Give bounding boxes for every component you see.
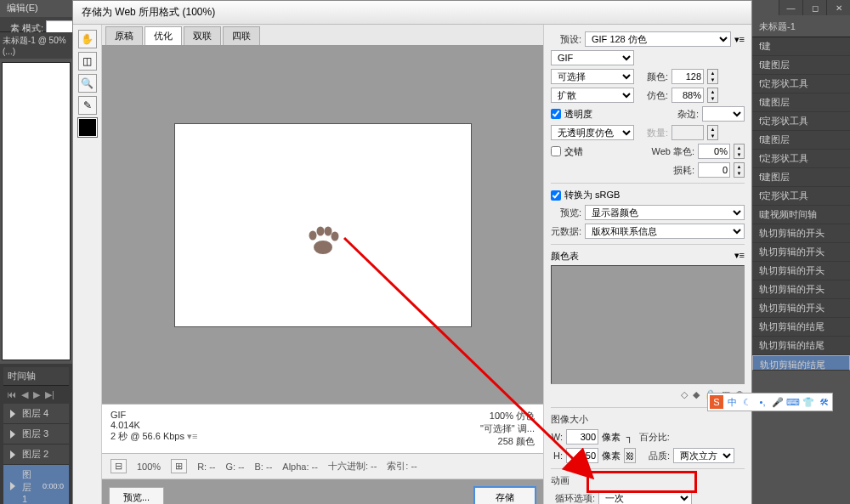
history-item[interactable]: 轨切剪辑的开头	[752, 224, 850, 243]
height-input[interactable]	[566, 448, 598, 463]
history-item[interactable]: 轨切剪辑的结尾	[752, 355, 850, 371]
interlace-checkbox[interactable]	[551, 146, 561, 156]
doc-tab[interactable]: 未标题-1 @ 50% (...)	[0, 32, 72, 59]
spinner-icon[interactable]: ▲▼	[707, 69, 718, 84]
layer-row[interactable]: 图层 10:00:0	[3, 465, 69, 504]
preset-select[interactable]: GIF 128 仿色	[585, 31, 731, 47]
history-item[interactable]: f建图层	[752, 56, 850, 75]
ime-skin-icon[interactable]: 👕	[802, 395, 815, 409]
paw-icon	[304, 224, 342, 259]
ime-keyboard-icon[interactable]: ⌨	[786, 395, 800, 409]
history-item[interactable]: 轨切剪辑的开头	[752, 299, 850, 318]
ime-punct-icon[interactable]: •,	[756, 395, 769, 409]
tab-optimized[interactable]: 优化	[144, 26, 182, 45]
history-item[interactable]: 轨切剪辑的开头	[752, 280, 850, 299]
tab-original[interactable]: 原稿	[105, 26, 143, 45]
preview-button[interactable]: 预览...	[109, 487, 164, 504]
hand-tool-icon[interactable]: ✋	[78, 30, 97, 48]
transparency-checkbox[interactable]	[551, 109, 561, 119]
menu-edit[interactable]: 编辑(E)	[7, 3, 38, 13]
color-table[interactable]	[551, 265, 745, 384]
ime-lang-icon[interactable]: 中	[725, 395, 739, 409]
colors-input[interactable]	[672, 69, 704, 84]
zoom-tool-icon[interactable]: 🔍	[78, 74, 97, 93]
history-item[interactable]: f定形状工具	[752, 75, 850, 93]
quality-select[interactable]: 两次立方	[673, 448, 734, 463]
tab-4up[interactable]: 四联	[223, 26, 260, 45]
spinner-icon: ▲▼	[707, 125, 718, 140]
history-item[interactable]: 轨切剪辑的结尾	[752, 318, 850, 337]
history-item[interactable]: f建图层	[752, 168, 850, 187]
websnap-input[interactable]	[698, 144, 730, 159]
tl-next-icon[interactable]: ▶|	[45, 389, 54, 400]
save-button[interactable]: 存储	[473, 486, 536, 504]
ime-toolbar[interactable]: S 中 ☾ •, 🎤 ⌨ 👕 🛠	[707, 393, 833, 411]
layer-row[interactable]: 图层 3	[3, 424, 69, 445]
status-index: 索引: --	[387, 460, 416, 473]
menu-icon[interactable]: ▾≡	[734, 250, 745, 261]
status-g: G: --	[226, 462, 245, 472]
width-input[interactable]	[566, 429, 598, 445]
timeline-header[interactable]: 时间轴	[3, 367, 69, 386]
spinner-icon[interactable]: ▲▼	[734, 144, 745, 159]
tool-palette: ✋ ◫ 🔍 ✎	[73, 25, 102, 504]
ct-icon[interactable]: ◆	[693, 389, 700, 400]
spinner-icon[interactable]: ▲▼	[734, 162, 745, 178]
ime-logo-icon[interactable]: S	[710, 395, 723, 409]
preview-area[interactable]	[102, 46, 543, 404]
document-canvas[interactable]	[2, 62, 71, 360]
layer-row[interactable]: 图层 4	[3, 404, 69, 424]
meta-select[interactable]: 版权和联系信息	[585, 224, 745, 239]
slice-tool-icon[interactable]: ◫	[78, 52, 97, 71]
tl-prev-icon[interactable]: ◀	[21, 389, 28, 400]
h-label: H:	[551, 450, 563, 461]
format-select[interactable]: GIF	[551, 50, 634, 65]
history-item[interactable]: f建图层	[752, 131, 850, 150]
status-b: B: --	[255, 462, 273, 472]
history-item[interactable]: 轨切剪辑的开头	[752, 243, 850, 262]
loop-select[interactable]: 一次	[598, 490, 692, 504]
zoom-in-button[interactable]: ⊞	[171, 459, 187, 473]
tl-first-icon[interactable]: ⏮	[7, 389, 16, 400]
link-icon[interactable]: ⛓	[624, 448, 636, 463]
ime-mic-icon[interactable]: 🎤	[771, 395, 785, 409]
preset-label: 预设:	[551, 33, 581, 46]
dither-pct-input[interactable]	[672, 88, 704, 103]
history-item[interactable]: f定形状工具	[752, 150, 850, 168]
dither-select[interactable]: 扩散	[551, 88, 634, 103]
history-item[interactable]: 轨切剪辑的结尾	[752, 337, 850, 355]
trans-dither-select[interactable]: 无透明度仿色	[551, 125, 634, 140]
ime-tool-icon[interactable]: 🛠	[817, 395, 830, 409]
chevron-icon	[10, 482, 15, 490]
zoom-out-button[interactable]: ⊟	[110, 459, 127, 473]
preview-select[interactable]: 显示器颜色	[585, 205, 745, 220]
matte-select[interactable]	[702, 106, 745, 122]
info-format: GIF	[110, 410, 197, 420]
color-swatch[interactable]	[78, 118, 97, 137]
history-item[interactable]: f定形状工具	[752, 112, 850, 131]
close-button[interactable]: ✕	[826, 0, 850, 15]
zoom-value[interactable]: 100%	[137, 462, 161, 472]
tab-2up[interactable]: 双联	[184, 26, 221, 45]
lossy-input[interactable]	[698, 162, 730, 178]
history-item[interactable]: f建图层	[752, 93, 850, 112]
ct-icon[interactable]: ◇	[681, 389, 688, 400]
spinner-icon[interactable]: ▲▼	[707, 88, 718, 103]
layer-row[interactable]: 图层 2	[3, 445, 69, 465]
tl-play-icon[interactable]: ▶	[33, 389, 40, 400]
px-label: 像素	[602, 431, 620, 444]
ime-moon-icon[interactable]: ☾	[740, 395, 754, 409]
dither-pct-label: 仿色:	[638, 89, 668, 102]
history-item[interactable]: l建视频时间轴	[752, 206, 850, 224]
menu-icon[interactable]: ▾≡	[734, 34, 745, 45]
eyedropper-tool-icon[interactable]: ✎	[78, 96, 97, 115]
history-item[interactable]: f定形状工具	[752, 187, 850, 206]
maximize-button[interactable]: ◻	[802, 0, 826, 15]
chevron-icon	[10, 450, 15, 459]
settings-panel: 预设:GIF 128 仿色▾≡ GIF 可选择颜色:▲▼ 扩散仿色:▲▼ 透明度…	[543, 25, 751, 504]
history-item[interactable]: 轨切剪辑的开头	[752, 262, 850, 280]
history-item[interactable]: f建	[752, 37, 850, 56]
minimize-button[interactable]: —	[779, 0, 802, 15]
algorithm-select[interactable]: 可选择	[551, 69, 634, 84]
srgb-checkbox[interactable]	[551, 190, 561, 201]
